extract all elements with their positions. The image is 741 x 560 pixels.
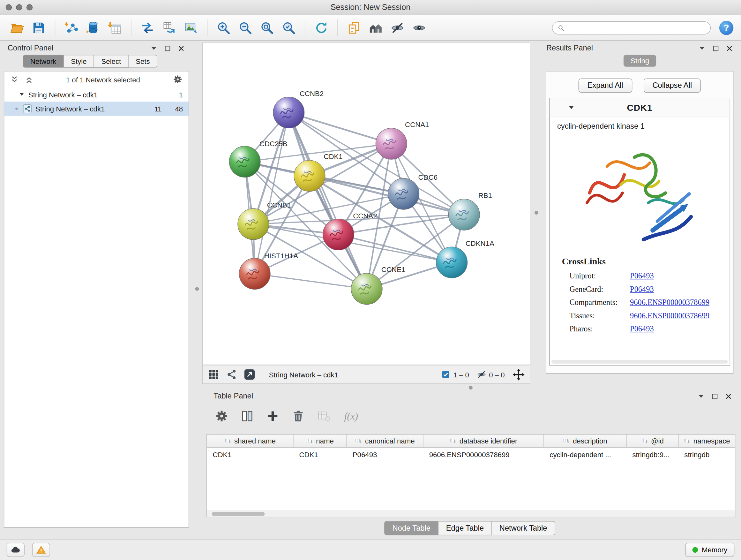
collapse-all-button[interactable]: Collapse All <box>643 78 701 92</box>
window-minimize-button[interactable] <box>16 4 22 10</box>
network-collection-row[interactable]: String Network – cdk1 1 <box>4 87 189 102</box>
network-options-gear[interactable] <box>173 74 183 85</box>
table-panel-collapse-button[interactable] <box>697 392 705 400</box>
import-table-button[interactable] <box>105 18 124 38</box>
copy-document-button[interactable] <box>345 18 363 38</box>
crosslink-tissues-link[interactable]: 9606.ENSP00000378699 <box>630 311 710 320</box>
crosslink-genecard-link[interactable]: P06493 <box>630 285 654 294</box>
scrollbar-thumb[interactable] <box>212 512 265 516</box>
zoom-selected-button[interactable] <box>279 18 298 38</box>
search-input[interactable] <box>568 23 705 32</box>
network-canvas[interactable]: CCNB2CCNA1CDC25BCDK1CDC6RB1CCNB1CCNA2CDK… <box>202 43 530 365</box>
refresh-layout-button[interactable] <box>312 18 331 38</box>
node-CCNA1[interactable]: CCNA1 <box>376 121 429 159</box>
column-header-id[interactable]: @id <box>627 435 679 447</box>
edge-HIST1H1A-CCNE1[interactable] <box>255 273 367 289</box>
expand-all-button[interactable]: Expand All <box>578 78 632 92</box>
tab-style[interactable]: Style <box>64 55 94 68</box>
node-RB1[interactable]: RB1 <box>448 192 492 230</box>
import-table-icon <box>108 20 122 35</box>
left-splitter-handle[interactable] <box>195 287 199 291</box>
columns-button[interactable] <box>240 409 254 423</box>
edge-CCNB2-HIST1H1A[interactable] <box>255 112 289 273</box>
results-panel-close-button[interactable] <box>725 44 733 52</box>
tab-node-table[interactable]: Node Table <box>384 521 439 535</box>
edge-CCNB2-CCNA1[interactable] <box>289 112 391 144</box>
export-image-button[interactable] <box>182 18 200 38</box>
tab-edge-table[interactable]: Edge Table <box>439 521 492 535</box>
tab-network[interactable]: Network <box>23 55 64 68</box>
node-CCNB1[interactable]: CCNB1 <box>238 201 291 240</box>
column-header-shared-name[interactable]: shared name <box>207 435 293 447</box>
delete-table-button[interactable] <box>317 409 331 423</box>
window-close-button[interactable] <box>6 4 12 10</box>
collapse-all-networks-button[interactable] <box>10 75 19 84</box>
cloud-button[interactable] <box>7 543 24 557</box>
column-header-description[interactable]: description <box>544 435 627 447</box>
control-panel-close-button[interactable] <box>177 44 185 52</box>
network-row[interactable]: String Network – cdk1 11 48 <box>4 102 189 116</box>
right-splitter-handle[interactable] <box>535 211 538 214</box>
disclosure-icon[interactable] <box>18 91 25 98</box>
window-zoom-button[interactable] <box>26 4 32 10</box>
node-CDC6[interactable]: CDC6 <box>388 173 437 209</box>
results-panel-collapse-button[interactable] <box>698 44 706 52</box>
table-row[interactable]: CDK1CDK1P064939606.ENSP00000378699cyclin… <box>207 448 735 461</box>
crosslink-uniprot-link[interactable]: P06493 <box>630 271 654 281</box>
bottom-splitter-handle[interactable] <box>469 386 473 389</box>
add-column-button[interactable] <box>266 409 280 423</box>
gear-button[interactable] <box>214 409 228 423</box>
crosslink-compartments-link[interactable]: 9606.ENSP00000378699 <box>630 298 710 307</box>
edge-CCNB2-CCNE1[interactable] <box>289 112 367 289</box>
table-horizontal-scrollbar[interactable] <box>207 510 735 516</box>
birdseye-view-button[interactable] <box>207 368 220 381</box>
import-network-file-button[interactable] <box>62 18 81 38</box>
disclosure-icon[interactable] <box>568 104 576 111</box>
home-button[interactable] <box>366 18 385 38</box>
tab-select[interactable]: Select <box>94 55 129 68</box>
column-header-namespace[interactable]: namespace <box>679 435 736 447</box>
open-session-button[interactable] <box>8 18 26 38</box>
column-header-name[interactable]: name <box>293 435 347 447</box>
protein-structure-image <box>549 131 730 251</box>
control-panel-float-button[interactable] <box>163 44 172 52</box>
zoom-in-button[interactable] <box>214 18 233 38</box>
delete-column-button[interactable] <box>291 409 305 423</box>
node-HIST1H1A[interactable]: HIST1H1A <box>239 252 298 290</box>
network-from-selection-button[interactable] <box>138 18 157 38</box>
node-CDKN1A[interactable]: CDKN1A <box>436 240 494 278</box>
tab-network-table[interactable]: Network Table <box>492 521 555 535</box>
edge-count: 48 <box>167 105 183 113</box>
show-selected-button[interactable] <box>410 18 428 38</box>
column-header-label: namespace <box>693 437 730 445</box>
node-CCNB2[interactable]: CCNB2 <box>273 90 324 128</box>
table-tabs: Node TableEdge TableNetwork Table <box>202 521 737 535</box>
pan-mode-button[interactable] <box>512 368 525 381</box>
zoom-out-button[interactable] <box>236 18 255 38</box>
collection-count: 1 <box>167 91 183 99</box>
import-network-database-button[interactable] <box>84 18 103 38</box>
function-builder-button[interactable]: f(x) <box>342 409 364 423</box>
save-session-button[interactable] <box>29 18 48 38</box>
hide-selected-button[interactable] <box>388 18 407 38</box>
clone-network-button[interactable] <box>160 18 179 38</box>
column-header-canonical-name[interactable]: canonical name <box>347 435 423 447</box>
tab-sets[interactable]: Sets <box>129 55 157 68</box>
network-overview-button[interactable] <box>225 368 238 381</box>
table-panel-float-button[interactable] <box>711 392 719 400</box>
warnings-button[interactable] <box>32 543 50 557</box>
help-button[interactable]: ? <box>719 20 733 35</box>
protein-card-header[interactable]: CDK1 <box>549 98 730 117</box>
results-scrollbar[interactable] <box>551 360 728 364</box>
node-CDK1[interactable]: CDK1 <box>294 152 343 192</box>
expand-all-networks-button[interactable] <box>24 75 33 84</box>
open-in-browser-button[interactable] <box>244 368 256 381</box>
table-panel-close-button[interactable] <box>724 392 732 400</box>
control-panel-collapse-button[interactable] <box>150 44 158 52</box>
zoom-fit-button[interactable] <box>258 18 276 38</box>
results-panel-float-button[interactable] <box>712 44 720 52</box>
tab-string[interactable]: String <box>623 55 656 67</box>
memory-button[interactable]: Memory <box>685 543 734 557</box>
column-header-database-identifier[interactable]: database identifier <box>423 435 544 447</box>
crosslink-pharos-link[interactable]: P06493 <box>630 324 654 334</box>
